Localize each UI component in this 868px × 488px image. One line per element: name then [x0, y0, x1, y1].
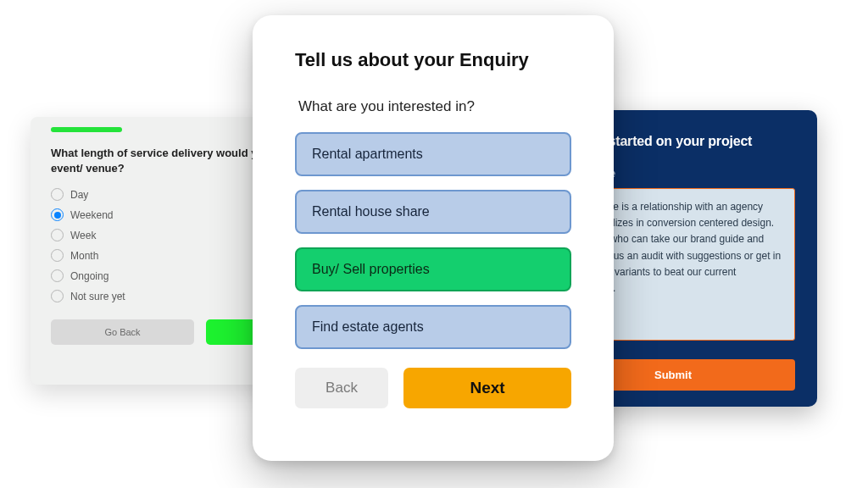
radio-label: Ongoing: [70, 270, 108, 282]
radio-label: Not sure yet: [70, 291, 125, 302]
card-title: Tell us about your Enquiry: [295, 49, 571, 71]
option-rental-house-share[interactable]: Rental house share: [295, 190, 571, 234]
radio-icon: [51, 208, 64, 221]
enquiry-card-center: Tell us about your Enquiry What are you …: [253, 15, 614, 461]
radio-icon: [51, 229, 64, 241]
progress-bar: [51, 127, 122, 132]
radio-label: Weekend: [70, 209, 113, 221]
radio-icon: [51, 290, 64, 302]
radio-label: Week: [70, 230, 96, 241]
back-button[interactable]: Back: [295, 368, 388, 408]
radio-icon: [51, 188, 64, 201]
option-buy-sell-properties[interactable]: Buy/ Sell properties: [295, 247, 571, 291]
nav-buttons: Back Next: [295, 368, 571, 408]
card-subtitle: What are you interested in?: [295, 97, 478, 117]
option-rental-apartments[interactable]: Rental apartments: [295, 132, 571, 176]
next-button[interactable]: Next: [403, 368, 571, 408]
option-find-estate-agents[interactable]: Find estate agents: [295, 305, 571, 349]
go-back-button[interactable]: Go Back: [51, 319, 194, 345]
radio-label: Day: [70, 189, 88, 201]
radio-label: Month: [70, 250, 98, 262]
radio-icon: [51, 269, 64, 282]
radio-icon: [51, 249, 64, 262]
